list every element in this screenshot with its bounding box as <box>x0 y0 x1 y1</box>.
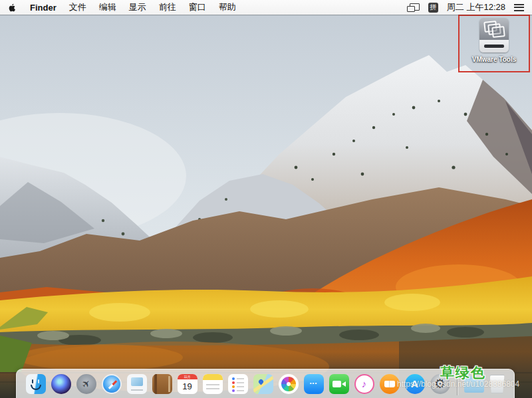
macos-desktop: Finder 文件 编辑 显示 前往 窗口 帮助 拼 周二 上午12:28 VM… <box>0 0 532 398</box>
calendar-month-label: 11月 <box>178 374 198 379</box>
dock-messages-icon[interactable]: ••• <box>304 374 324 394</box>
menu-window[interactable]: 窗口 <box>189 1 206 13</box>
watermark-url-text: https://blog.csdn.net/u1028386804 <box>397 379 519 389</box>
drive-slot <box>484 45 504 48</box>
vmware-logo-icon <box>479 18 509 40</box>
menu-help[interactable]: 帮助 <box>219 1 236 13</box>
dock-maps-icon[interactable] <box>253 374 273 394</box>
dock-photos-icon[interactable] <box>279 374 299 394</box>
display-mirroring-icon[interactable] <box>407 3 420 12</box>
dock-safari-icon[interactable] <box>102 374 122 394</box>
menu-bar: Finder 文件 编辑 显示 前往 窗口 帮助 拼 周二 上午12:28 <box>0 0 532 15</box>
dock-itunes-icon[interactable]: ♪ <box>354 374 374 394</box>
dock-reminders-icon[interactable] <box>228 374 248 394</box>
dock-launchpad-icon[interactable]: ✈ <box>76 374 96 394</box>
wallpaper-high-sierra <box>0 0 532 398</box>
dock-facetime-icon[interactable] <box>329 374 349 394</box>
calendar-day-label: 19 <box>178 379 198 394</box>
dock-ibooks-icon[interactable] <box>380 374 400 394</box>
vmware-tools-label: VMware Tools <box>472 56 517 63</box>
dock-calendar-icon[interactable]: 11月 19 <box>178 374 198 394</box>
dock-siri-icon[interactable] <box>51 374 71 394</box>
dock-contacts-icon[interactable] <box>152 374 172 394</box>
vmware-tools-desktop-icon[interactable] <box>479 18 509 52</box>
menu-view[interactable]: 显示 <box>129 1 146 13</box>
menu-finder[interactable]: Finder <box>30 3 57 13</box>
menu-file[interactable]: 文件 <box>69 1 86 13</box>
vmware-tools-annotation-box: VMware Tools <box>458 15 530 72</box>
notification-center-icon[interactable] <box>514 4 524 11</box>
dock-finder-icon[interactable] <box>26 374 46 394</box>
menu-edit[interactable]: 编辑 <box>99 1 116 13</box>
apple-menu-icon[interactable] <box>8 2 17 13</box>
input-method-pinyin-icon[interactable]: 拼 <box>428 3 438 13</box>
menu-go[interactable]: 前往 <box>159 1 176 13</box>
dock-mail-icon[interactable] <box>127 374 147 394</box>
dock-notes-icon[interactable] <box>203 374 223 394</box>
menu-bar-clock[interactable]: 周二 上午12:28 <box>447 1 505 13</box>
